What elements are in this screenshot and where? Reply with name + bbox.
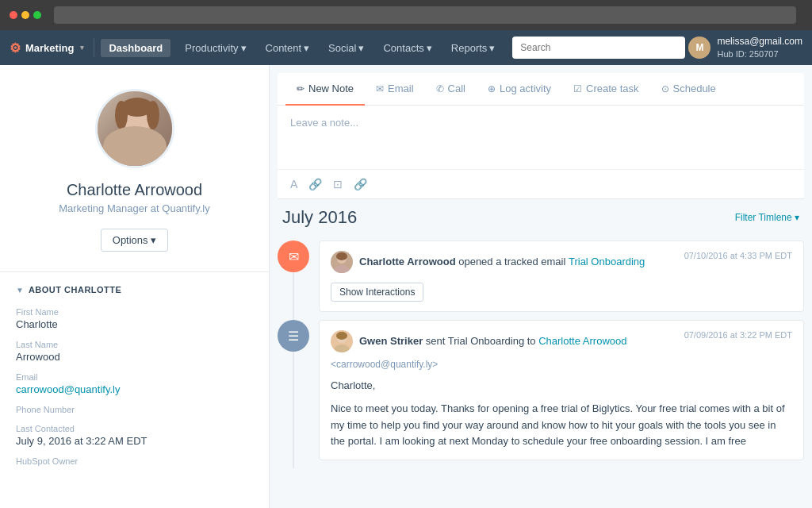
last-contacted-label: Last Contacted bbox=[16, 424, 253, 433]
tab-email[interactable]: ✉ Email bbox=[365, 73, 425, 106]
nav-divider-1 bbox=[94, 38, 94, 57]
image-icon[interactable]: ⊡ bbox=[333, 178, 343, 190]
tab-email-label: Email bbox=[388, 83, 414, 94]
collapse-icon[interactable]: ▼ bbox=[16, 286, 24, 294]
profile-name: Charlotte Arrowood bbox=[16, 181, 253, 199]
nav-dashboard-item[interactable]: Dashboard bbox=[101, 39, 170, 57]
timeline-action-1: opened a tracked email bbox=[458, 256, 569, 267]
timeline-header: July 2016 Filter Timlene ▾ bbox=[278, 207, 804, 228]
hubspot-owner-label: HubSpot Owner bbox=[16, 456, 253, 466]
timeline-action-2: sent Trial Onboarding to bbox=[426, 335, 538, 347]
url-bar[interactable] bbox=[54, 6, 796, 24]
svg-point-5 bbox=[147, 101, 159, 129]
field-first-name: First Name Charlotte bbox=[16, 307, 253, 330]
gwen-avatar bbox=[331, 330, 353, 352]
svg-point-8 bbox=[336, 252, 347, 260]
nav-item-reports[interactable]: Reports ▾ bbox=[443, 39, 504, 57]
timeline-item-1: ✉ bbox=[278, 241, 804, 320]
action-tabs-container: ✏ New Note ✉ Email ✆ Call ⊕ Log activity… bbox=[278, 73, 804, 199]
svg-point-1 bbox=[112, 140, 163, 168]
timeline-person-2: Gwen Striker bbox=[359, 335, 423, 347]
svg-point-10 bbox=[334, 344, 350, 352]
email-label: Email bbox=[16, 372, 253, 382]
tab-schedule-label: Schedule bbox=[673, 83, 716, 94]
schedule-icon: ⊙ bbox=[661, 83, 669, 94]
note-toolbar: A 🔗 ⊡ 🔗 bbox=[278, 169, 804, 198]
options-button[interactable]: Options ▾ bbox=[101, 229, 168, 252]
charlotte-avatar bbox=[331, 251, 353, 273]
field-email: Email carrowood@quantify.ly bbox=[16, 372, 253, 395]
nav-right: M melissa@gmail.com Hub ID: 250707 bbox=[688, 35, 802, 60]
tab-create-task-label: Create task bbox=[586, 83, 638, 94]
nav-item-productivity[interactable]: Productivity ▾ bbox=[177, 39, 254, 57]
tab-call[interactable]: ✆ Call bbox=[425, 73, 477, 106]
filter-timeline-button[interactable]: Filter Timlene ▾ bbox=[735, 212, 799, 223]
user-info: melissa@gmail.com Hub ID: 250707 bbox=[717, 35, 802, 60]
search-input[interactable] bbox=[512, 37, 685, 59]
nav-contacts-arrow: ▾ bbox=[427, 42, 432, 54]
left-panel: Charlotte Arrowood Marketing Manager at … bbox=[0, 65, 270, 508]
hub-id: Hub ID: 250707 bbox=[717, 48, 802, 60]
first-name-value: Charlotte bbox=[16, 318, 253, 330]
timeline-list: ✉ bbox=[278, 241, 804, 468]
tab-schedule[interactable]: ⊙ Schedule bbox=[650, 73, 727, 106]
about-title: ABOUT CHARLOTTE bbox=[29, 285, 122, 294]
timeline-month-label: July 2016 bbox=[282, 207, 357, 228]
tab-log-activity-label: Log activity bbox=[500, 83, 551, 94]
timeline-person-1: Charlotte Arrowood bbox=[359, 256, 456, 267]
email-value[interactable]: carrowood@quantify.ly bbox=[16, 383, 120, 395]
document-icon: ☰ bbox=[288, 329, 299, 344]
format-text-icon[interactable]: A bbox=[290, 178, 297, 190]
close-dot[interactable] bbox=[10, 11, 17, 19]
profile-title: Marketing Manager at Quantify.ly bbox=[16, 202, 253, 214]
email-body-text: Charlotte, Nice to meet you today. Thank… bbox=[331, 378, 792, 450]
timeline-area: July 2016 Filter Timlene ▾ ✉ bbox=[270, 199, 812, 508]
attach-icon[interactable]: 🔗 bbox=[308, 178, 322, 190]
last-name-label: Last Name bbox=[16, 340, 253, 349]
timeline-link-1[interactable]: Trial Onboarding bbox=[569, 256, 645, 267]
browser-chrome bbox=[0, 0, 812, 30]
nav-content-arrow: ▾ bbox=[304, 42, 309, 54]
nav-reports-label: Reports bbox=[451, 42, 488, 54]
hubspot-icon: ⚙ bbox=[10, 40, 21, 56]
note-area[interactable]: Leave a note... bbox=[278, 106, 804, 169]
nav-social-arrow: ▾ bbox=[358, 42, 364, 54]
timeline-avatar-row-1: Charlotte Arrowood opened a tracked emai… bbox=[331, 251, 645, 273]
email-to-line: <carrowood@quantify.ly> bbox=[331, 359, 792, 370]
tab-call-label: Call bbox=[448, 83, 465, 94]
timeline-desc-1: Charlotte Arrowood opened a tracked emai… bbox=[359, 255, 645, 269]
maximize-dot[interactable] bbox=[33, 11, 41, 19]
nav-content-label: Content bbox=[266, 42, 302, 54]
nav-item-content[interactable]: Content ▾ bbox=[258, 39, 318, 57]
envelope-icon: ✉ bbox=[289, 249, 299, 264]
right-panel: ✏ New Note ✉ Email ✆ Call ⊕ Log activity… bbox=[270, 65, 812, 508]
last-name-value: Arrowood bbox=[16, 351, 253, 363]
link-icon[interactable]: 🔗 bbox=[354, 178, 367, 190]
minimize-dot[interactable] bbox=[21, 11, 29, 19]
field-phone: Phone Number bbox=[16, 405, 253, 414]
timeline-avatar-row-2: Gwen Striker sent Trial Onboarding to Ch… bbox=[331, 330, 626, 352]
nav-logo[interactable]: ⚙ Marketing ▾ bbox=[10, 40, 84, 56]
field-last-name: Last Name Arrowood bbox=[16, 340, 253, 363]
nav-item-contacts[interactable]: Contacts ▾ bbox=[375, 39, 439, 57]
action-tabs: ✏ New Note ✉ Email ✆ Call ⊕ Log activity… bbox=[278, 73, 804, 106]
nav-item-social[interactable]: Social ▾ bbox=[320, 39, 372, 57]
timeline-link-2[interactable]: Charlotte Arrowood bbox=[538, 335, 626, 347]
note-placeholder: Leave a note... bbox=[290, 117, 358, 129]
user-email: melissa@gmail.com bbox=[717, 35, 802, 48]
profile-avatar-image bbox=[98, 91, 172, 166]
avatar[interactable]: M bbox=[688, 37, 710, 59]
field-hubspot-owner: HubSpot Owner bbox=[16, 456, 253, 466]
profile-avatar bbox=[95, 89, 174, 168]
top-nav: ⚙ Marketing ▾ Dashboard Productivity ▾ C… bbox=[0, 30, 812, 65]
email-body-content: Nice to meet you today. Thanks for openi… bbox=[331, 402, 785, 448]
tab-new-note[interactable]: ✏ New Note bbox=[285, 73, 365, 106]
tab-log-activity[interactable]: ⊕ Log activity bbox=[477, 73, 562, 106]
nav-brand-arrow: ▾ bbox=[80, 44, 84, 52]
timeline-time-2: 07/09/2016 at 3:22 PM EDT bbox=[684, 330, 792, 340]
first-name-label: First Name bbox=[16, 307, 253, 317]
phone-label: Phone Number bbox=[16, 405, 253, 414]
show-interactions-button[interactable]: Show Interactions bbox=[331, 283, 423, 302]
tab-create-task[interactable]: ☑ Create task bbox=[562, 73, 649, 106]
svg-point-7 bbox=[334, 265, 350, 273]
